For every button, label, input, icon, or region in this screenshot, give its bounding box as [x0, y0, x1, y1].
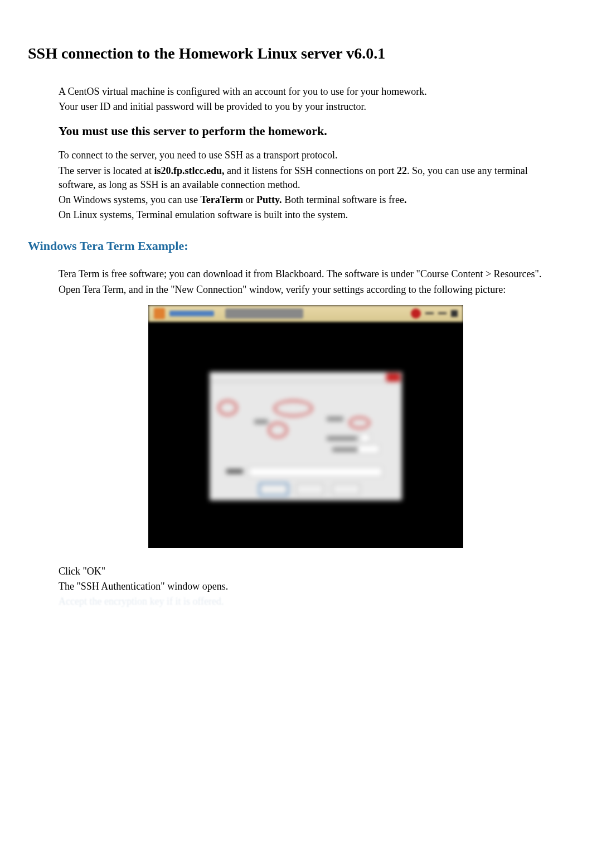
intro-line-2: Your user ID and initial password will b…: [59, 100, 553, 114]
titlebar-tab: [225, 308, 303, 319]
intro-line-1: A CentOS virtual machine is configured w…: [59, 85, 553, 99]
annotation-circle: [268, 422, 288, 438]
teraterm-block: Tera Term is free software; you can down…: [28, 267, 564, 547]
text-fragment: On Windows systems, you can use: [59, 194, 200, 205]
dialog-header: [210, 372, 402, 383]
dialog-label: [226, 469, 243, 474]
teraterm-screenshot: [148, 305, 463, 548]
intro-block: A CentOS virtual machine is configured w…: [28, 85, 564, 222]
dialog-field-row: [226, 467, 382, 477]
connect-line-2: The server is located at is20.fp.stlcc.e…: [59, 164, 553, 192]
minimize-icon: [425, 312, 434, 314]
maximize-icon: [438, 312, 447, 314]
dialog-label: [327, 417, 343, 421]
annotation-circle: [218, 400, 237, 416]
annotation-circle: [349, 417, 370, 429]
text-fragment: Both terminal software is free: [282, 194, 404, 205]
close-icon: [451, 310, 458, 317]
dialog-label: [332, 447, 357, 452]
dialog-label: [254, 419, 268, 424]
dialog-label: [327, 436, 357, 441]
section-heading-teraterm: Windows Tera Term Example:: [28, 239, 564, 253]
ok-button: [260, 484, 288, 495]
connect-line-3: On Windows systems, you can use TeraTerm…: [59, 193, 553, 207]
tool-putty: Putty.: [256, 194, 282, 205]
dialog-body: [210, 383, 402, 400]
dialog-button-row: [260, 484, 360, 495]
connect-line-4: On Linux systems, Terminal emulation sof…: [59, 208, 553, 222]
page-title: SSH connection to the Homework Linux ser…: [28, 45, 564, 62]
mandate-heading: You must use this server to perform the …: [59, 124, 553, 138]
titlebar-controls: [411, 308, 458, 319]
dialog-close-icon: [386, 373, 400, 382]
text-fragment: .: [404, 194, 407, 205]
text-fragment: or: [243, 194, 256, 205]
teraterm-p2: Open Tera Term, and in the "New Connecti…: [59, 283, 553, 297]
tool-teraterm: TeraTerm: [200, 194, 243, 205]
titlebar-text: [169, 311, 214, 316]
after-line-3-faded: Accept the encryption key if it is offer…: [59, 595, 564, 609]
dialog-input: [360, 433, 370, 442]
text-fragment: The server is located at: [59, 165, 154, 176]
cancel-button: [296, 484, 324, 495]
dialog-input: [357, 445, 380, 454]
annotation-circle: [274, 400, 313, 417]
text-fragment: and it listens for SSH connections on po…: [224, 165, 396, 176]
titlebar-icon: [154, 308, 165, 319]
new-connection-dialog: [210, 372, 402, 500]
after-line-1: Click "OK": [59, 565, 564, 578]
server-port: 22: [397, 165, 407, 176]
help-button: [332, 484, 360, 495]
titlebar-badge-icon: [411, 308, 421, 319]
after-line-2: The "SSH Authentication" window opens.: [59, 580, 564, 594]
screenshot-titlebar: [148, 305, 463, 322]
server-hostname: is20.fp.stlcc.edu,: [154, 165, 224, 176]
after-image-block: Click "OK" The "SSH Authentication" wind…: [28, 565, 564, 609]
teraterm-p1: Tera Term is free software; you can down…: [59, 267, 553, 281]
connect-line-1: To connect to the server, you need to us…: [59, 148, 553, 162]
dialog-input: [249, 467, 382, 477]
